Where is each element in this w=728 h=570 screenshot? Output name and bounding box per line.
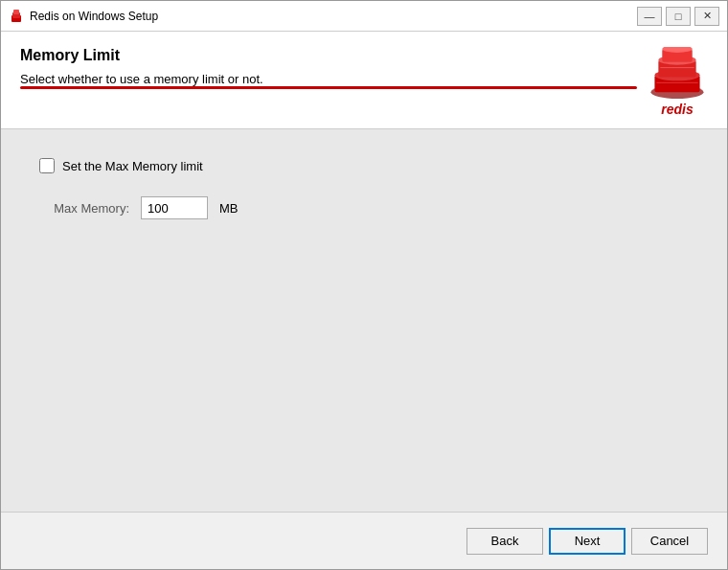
cancel-button[interactable]: Cancel (631, 528, 708, 555)
memory-unit: MB (219, 201, 239, 216)
redis-label: redis (661, 102, 693, 117)
memory-label: Max Memory: (43, 201, 129, 216)
redis-icon (647, 47, 708, 100)
page-title: Memory Limit (20, 47, 627, 64)
checkbox-row: Set the Max Memory limit (39, 158, 689, 173)
memory-row: Max Memory: MB (39, 196, 689, 219)
header-text: Memory Limit Select whether to use a mem… (20, 47, 627, 86)
back-button[interactable]: Back (466, 528, 543, 555)
title-bar-icon (9, 9, 24, 24)
minimize-button[interactable]: — (637, 7, 662, 26)
close-button[interactable]: ✕ (694, 7, 719, 26)
maximize-button[interactable]: □ (666, 7, 691, 26)
checkbox-label[interactable]: Set the Max Memory limit (62, 159, 203, 173)
content-area: Set the Max Memory limit Max Memory: MB (1, 129, 727, 512)
window-title: Redis on Windows Setup (30, 10, 637, 23)
window: Redis on Windows Setup — □ ✕ Memory Limi… (0, 0, 728, 570)
max-memory-checkbox[interactable] (39, 158, 55, 173)
title-bar: Redis on Windows Setup — □ ✕ (1, 1, 727, 32)
next-button[interactable]: Next (549, 528, 626, 555)
page-subtitle: Select whether to use a memory limit or … (20, 72, 627, 86)
memory-input[interactable] (141, 196, 208, 219)
title-bar-controls: — □ ✕ (637, 7, 719, 26)
svg-rect-2 (13, 10, 19, 14)
redis-logo: redis (647, 47, 708, 117)
footer: Back Next Cancel (1, 512, 727, 569)
header-area: Memory Limit Select whether to use a mem… (1, 32, 727, 129)
